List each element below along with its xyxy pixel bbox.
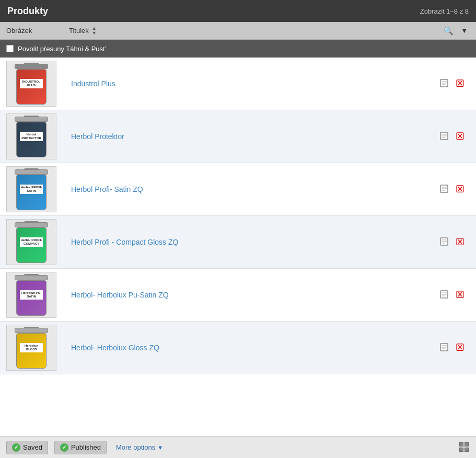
saved-button[interactable]: ✓ Saved [6, 441, 48, 454]
published-check-icon: ✓ [60, 443, 68, 452]
delete-button[interactable] [455, 289, 468, 301]
product-title-link[interactable]: Herbol- Herbolux Pu-Satin ZQ [71, 291, 169, 299]
product-title-link[interactable]: Industrol Plus [71, 79, 115, 88]
delete-button[interactable] [455, 342, 468, 353]
product-title-cell[interactable]: Herbol Profi - Compact Gloss ZQ [63, 238, 392, 246]
chevron-down-icon: ▼ [157, 444, 163, 451]
page-count: Zobrazit 1–8 z 8 [420, 7, 469, 15]
product-actions-cell [392, 342, 476, 353]
saved-check-icon: ✓ [12, 443, 20, 452]
published-button[interactable]: ✓ Published [54, 441, 107, 454]
paint-can-icon: Herbolux GLOSS [13, 327, 50, 369]
filter-button[interactable]: ▼ [459, 26, 470, 36]
drag-drop-row: Povolit přesuny Táhni & Pusť [0, 40, 476, 58]
product-title-cell[interactable]: Herbol Profi- Satin ZQ [63, 185, 392, 193]
product-image-cell: Herbolux GLOSS [0, 322, 63, 374]
paint-can-icon: Herbol PROFI-SATIN [13, 168, 50, 210]
product-actions-cell [392, 289, 476, 301]
drag-enable-checkbox[interactable] [6, 45, 14, 52]
page-title: Produkty [7, 6, 48, 17]
more-options-label: More options [116, 443, 155, 451]
product-title-link[interactable]: Herbol Profi - Compact Gloss ZQ [71, 238, 178, 246]
product-image: INDUSTROL PLUS [6, 61, 56, 107]
table-row: INDUSTROL PLUS Industrol Plus [0, 58, 476, 110]
product-actions-cell [392, 131, 476, 142]
page-header: Produkty Zobrazit 1–8 z 8 [0, 0, 476, 22]
published-label: Published [71, 443, 101, 451]
product-image: Herbolux PU-SATIN [6, 272, 56, 318]
edit-button[interactable] [438, 289, 451, 301]
sort-arrows-icon[interactable]: ▲ ▼ [92, 26, 97, 36]
edit-button[interactable] [438, 78, 451, 89]
product-title-cell[interactable]: Industrol Plus [63, 79, 392, 88]
product-image-cell: Herbolux PU-SATIN [0, 269, 63, 321]
table-row: Herbol PROFI-COMPACT Herbol Profi - Comp… [0, 216, 476, 269]
edit-button[interactable] [438, 342, 451, 353]
product-image: Herbol PROFI-COMPACT [6, 219, 56, 265]
product-image-cell: Herbol PROFI-COMPACT [0, 216, 63, 268]
product-image-cell: Herbol PROTECTOR [0, 110, 63, 163]
product-title-link[interactable]: Herbol Protektor [71, 132, 124, 141]
product-title-cell[interactable]: Herbol Protektor [63, 132, 392, 141]
drag-label: Povolit přesuny Táhni & Pusť [18, 45, 106, 53]
col-title-header[interactable]: Titulek ▲ ▼ [63, 26, 392, 36]
product-actions-cell [392, 78, 476, 89]
delete-button[interactable] [455, 78, 468, 89]
saved-label: Saved [23, 443, 42, 451]
edit-button[interactable] [438, 236, 451, 248]
grid-view-icon[interactable] [459, 442, 470, 453]
product-list: INDUSTROL PLUS Industrol Plus [0, 58, 476, 436]
product-title-link[interactable]: Herbol- Herbolux Gloss ZQ [71, 344, 159, 352]
product-title-cell[interactable]: Herbol- Herbolux Pu-Satin ZQ [63, 291, 392, 299]
product-image-cell: Herbol PROFI-SATIN [0, 163, 63, 215]
edit-button[interactable] [438, 184, 451, 195]
table-row: Herbol PROFI-SATIN Herbol Profi- Satin Z… [0, 163, 476, 216]
edit-button[interactable] [438, 131, 451, 142]
product-image: Herbol PROFI-SATIN [6, 166, 56, 212]
table-row: Herbolux GLOSS Herbol- Herbolux Gloss ZQ [0, 322, 476, 374]
paint-can-icon: INDUSTROL PLUS [13, 63, 50, 105]
search-button[interactable]: 🔍 [442, 25, 456, 37]
column-headers: Obrázek Titulek ▲ ▼ 🔍 ▼ [0, 22, 476, 40]
delete-button[interactable] [455, 236, 468, 248]
col-actions-header: 🔍 ▼ [392, 25, 476, 37]
page-footer: ✓ Saved ✓ Published More options ▼ [0, 436, 476, 458]
table-row: Herbolux PU-SATIN Herbol- Herbolux Pu-Sa… [0, 269, 476, 322]
product-image: Herbolux GLOSS [6, 325, 56, 371]
table-row: Herbol PROTECTOR Herbol Protektor [0, 110, 476, 163]
product-actions-cell [392, 236, 476, 248]
footer-right [459, 442, 470, 453]
delete-button[interactable] [455, 131, 468, 142]
paint-can-icon: Herbol PROFI-COMPACT [13, 221, 50, 263]
product-title-link[interactable]: Herbol Profi- Satin ZQ [71, 185, 143, 193]
more-options-button[interactable]: More options ▼ [113, 441, 166, 453]
product-actions-cell [392, 184, 476, 195]
product-title-cell[interactable]: Herbol- Herbolux Gloss ZQ [63, 344, 392, 352]
delete-button[interactable] [455, 184, 468, 195]
paint-can-icon: Herbol PROTECTOR [13, 116, 50, 157]
product-image-cell: INDUSTROL PLUS [0, 58, 63, 110]
col-image-header: Obrázek [0, 27, 63, 35]
paint-can-icon: Herbolux PU-SATIN [13, 274, 50, 316]
product-image: Herbol PROTECTOR [6, 113, 56, 159]
